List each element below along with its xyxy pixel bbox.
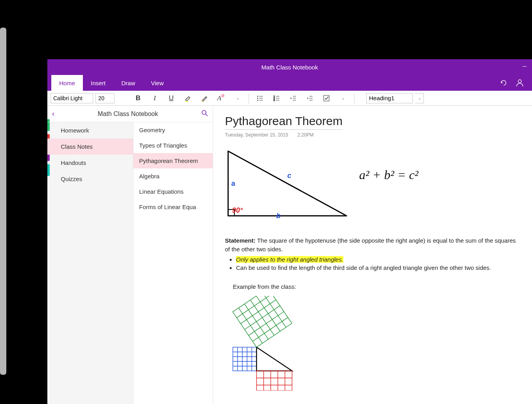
note-meta: Tuesday, September 15, 2015 2:20PM [225,132,520,138]
svg-point-0 [518,80,521,83]
clear-formatting-button[interactable]: A⊘ [214,92,228,104]
highlight-button[interactable] [181,92,195,104]
note-canvas[interactable]: Pythagorean Theorem Tuesday, September 1… [213,106,532,404]
example-heading: Example from the class: [233,282,520,291]
svg-rect-1 [185,101,188,102]
triangle-angle-label: 90° [232,206,243,215]
more-font-dropdown[interactable]: ⌄ [230,92,245,104]
bullet-2: Can be used to find the length of the th… [236,264,520,272]
svg-point-2 [202,100,203,101]
style-select[interactable]: Heading1 [366,93,413,103]
italic-button[interactable]: I [148,92,162,104]
page-item-forms-linear[interactable]: Forms of Linear Equa [133,199,213,215]
more-para-dropdown[interactable]: ⌄ [336,92,350,104]
statement-text: The square of the hypotenuse (the side o… [225,237,516,252]
search-icon[interactable] [201,110,208,118]
tab-draw[interactable]: Draw [114,75,143,91]
font-size-select[interactable]: 20 [96,93,114,103]
statement-label: Statement: [225,237,256,244]
formula-text: a² + b² = c² [359,168,418,182]
svg-point-22 [202,110,206,114]
font-select[interactable]: Calibri Light [51,93,93,103]
note-body[interactable]: Statement: The square of the hypotenuse … [225,236,520,393]
app-window: Math Class Notebook Home Insert Draw Vie… [47,59,532,404]
triangle-label-a: a [231,180,235,188]
bold-button[interactable]: B [131,92,145,104]
triangle-drawing: a b c 90° a² + b² = c² [225,148,462,227]
underline-button[interactable]: U [164,92,178,104]
note-date: Tuesday, September 15, 2015 [225,132,288,138]
page-item-algebra[interactable]: Algebra [133,168,213,184]
note-time: 2:20PM [297,132,313,138]
todo-checkbox-button[interactable] [319,92,333,104]
section-item-homework[interactable]: Homework [47,122,133,138]
nav-header: ‹ Math Class Notebook [47,106,213,122]
page-item-linear[interactable]: Linear Equations [133,184,213,199]
svg-rect-34 [233,296,292,347]
triangle-label-b: b [276,212,281,220]
svg-point-5 [257,98,258,99]
page-list: Geometry Types of Triangles Pythagorean … [133,122,213,404]
note-title[interactable]: Pythagorean Theorem [225,114,343,130]
ribbon-tabs: Home Insert Draw View [47,75,532,91]
svg-point-3 [257,96,258,97]
toolbar: Calibri Light 20 B I U A⊘ ⌄ 123 [47,91,532,106]
page-item-geometry[interactable]: Geometry [133,122,213,138]
bullet-highlighted: Only applies to the right angled triangl… [236,255,520,264]
titlebar: Math Class Notebook [47,59,532,75]
svg-rect-25 [233,347,257,371]
section-item-class-notes[interactable]: Class Notes [47,138,133,155]
triangle-label-c: c [287,172,291,180]
style-dropdown[interactable]: ⌄ [415,93,424,103]
section-item-quizzes[interactable]: Quizzes [47,171,133,187]
minimize-icon[interactable] [523,66,526,67]
section-item-handouts[interactable]: Handouts [47,155,133,171]
outdent-button[interactable] [286,92,300,104]
ink-button[interactable] [197,92,212,104]
undo-icon[interactable] [500,79,508,87]
bullets-button[interactable] [253,92,267,104]
numbered-list-button[interactable]: 123 [270,92,284,104]
section-list: Homework Class Notes Handouts Quizzes [47,122,133,404]
svg-rect-21 [324,95,329,101]
tab-view[interactable]: View [143,75,172,91]
tab-insert[interactable]: Insert [83,75,114,91]
tab-home[interactable]: Home [51,75,83,91]
svg-text:3: 3 [273,99,275,101]
svg-point-7 [257,100,258,101]
svg-line-23 [206,114,208,116]
example-drawing [229,296,347,391]
window-title: Math Class Notebook [261,64,318,71]
notebook-title: Math Class Notebook [54,110,201,118]
page-item-triangles[interactable]: Types of Triangles [133,138,213,153]
indent-button[interactable] [303,92,317,104]
user-icon[interactable] [515,79,524,87]
svg-rect-45 [257,371,292,391]
page-item-pythagorean[interactable]: Pythagorean Theorem [133,153,213,168]
